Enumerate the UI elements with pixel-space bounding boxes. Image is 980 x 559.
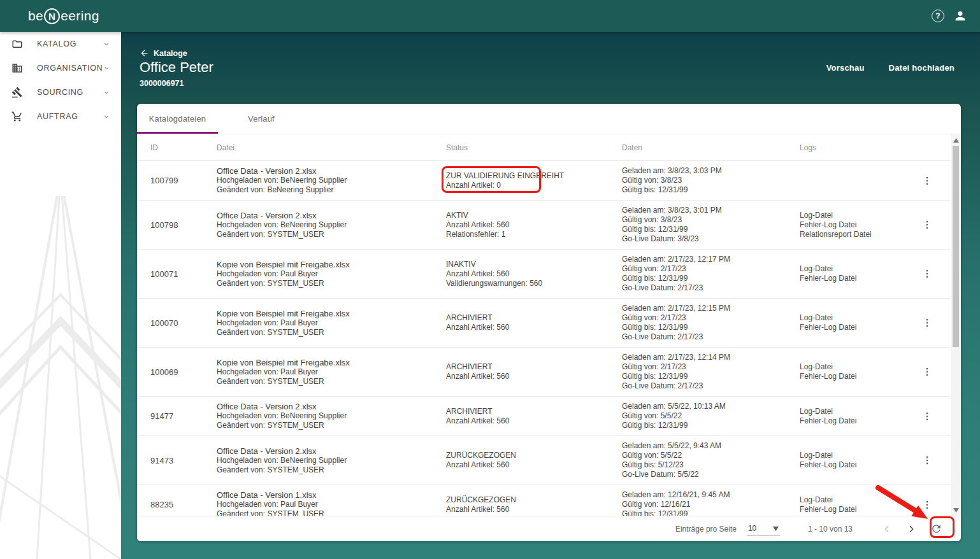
file-uploaded-by: Hochgeladen von: BeNeering Supplier (217, 456, 446, 465)
status-line: ARCHIVIERT (446, 407, 622, 416)
app-logo: be N eering (0, 8, 99, 24)
kebab-menu-button[interactable] (921, 219, 933, 230)
log-file-link[interactable]: Fehler-Log Datei (800, 220, 914, 230)
date-line: Go-Live Datum: 2/17/23 (622, 332, 800, 342)
table-row: 88235 Office Data - Version 1.xlsx Hochg… (137, 485, 961, 516)
sidebar-item-organisation[interactable]: ORGANISATION (0, 56, 121, 80)
scrollbar-thumb[interactable] (953, 146, 959, 347)
next-page-button[interactable] (904, 521, 919, 537)
date-line: Gültig bis: 5/12/23 (622, 460, 800, 470)
log-file-link[interactable]: Fehler-Log Datei (800, 372, 914, 381)
sidebar-item-label: ORGANISATION (37, 64, 103, 73)
file-uploaded-by: Hochgeladen von: Paul Buyer (217, 269, 446, 279)
header-actions: Vorschau Datei hochladen (826, 63, 955, 73)
refresh-button[interactable] (928, 521, 944, 537)
row-id: 88235 (150, 500, 217, 509)
logs-cell: Log-DateiFehler-Log Datei (800, 264, 914, 283)
date-line: Go-Live Datum: 2/17/23 (622, 283, 800, 293)
catalog-files-card: Katalogdateien Verlauf ID Datei Status D… (137, 104, 961, 541)
row-id: 100071 (150, 269, 217, 279)
log-file-link[interactable]: Log-Datei (800, 451, 914, 460)
topbar: be N eering ? (0, 0, 980, 32)
file-name: Kopie von Beispiel mit Freigabe.xlsx (217, 309, 446, 318)
dates-cell: Geladen am: 2/17/23, 12:14 PMGültig von:… (622, 353, 800, 391)
log-file-link[interactable]: Log-Datei (800, 264, 914, 274)
table-row: 100069 Kopie von Beispiel mit Freigabe.x… (137, 348, 961, 397)
log-file-link[interactable]: Log-Datei (800, 211, 914, 220)
date-line: Go-Live Datum: 3/8/23 (622, 234, 800, 244)
status-line: INAKTIV (446, 260, 622, 269)
col-header-status: Status (446, 143, 622, 152)
chevron-down-icon (102, 112, 111, 121)
file-name: Office Data - Version 2.xlsx (217, 402, 446, 411)
kebab-menu-button[interactable] (921, 411, 933, 422)
log-file-link[interactable]: Log-Datei (800, 407, 914, 416)
date-line: Geladen am: 5/5/22, 9:43 AM (622, 441, 800, 451)
sidebar-item-label: AUFTRAG (37, 112, 102, 121)
kebab-menu-button[interactable] (921, 366, 933, 378)
previous-page-button[interactable] (879, 521, 895, 537)
status-line: Relationsfehler: 1 (446, 230, 622, 239)
file-name: Kopie von Beispiel mit Freigabe.xlsx (217, 260, 446, 269)
status-line: ZURÜCKGEZOGEN (446, 451, 622, 460)
kebab-menu-button[interactable] (921, 499, 933, 511)
kebab-menu-button[interactable] (921, 455, 933, 466)
file-changed-by: Geändert von: SYSTEM_USER (217, 509, 446, 516)
scrollbar-up-arrow[interactable] (951, 136, 961, 145)
log-file-link[interactable]: Log-Datei (800, 313, 914, 323)
file-name: Office Data - Version 2.xlsx (217, 211, 446, 220)
tab-katalogdateien[interactable]: Katalogdateien (137, 104, 218, 134)
shopping-cart-icon (11, 111, 23, 122)
log-file-link[interactable]: Relationsreport Datei (800, 230, 914, 239)
scrollbar-down-arrow[interactable] (951, 506, 961, 514)
kebab-menu-button[interactable] (921, 317, 933, 329)
status-line: ARCHIVIERT (446, 362, 622, 372)
dates-cell: Geladen am: 12/16/21, 9:45 AMGültig von:… (622, 490, 800, 516)
logo-n-icon: N (44, 8, 60, 24)
sidebar-item-katalog[interactable]: KATALOG (0, 32, 121, 56)
status-line: Anzahl Artikel: 560 (446, 416, 622, 426)
date-line: Go-Live Datum: 5/5/22 (622, 470, 800, 479)
per-page-select[interactable]: 10 (747, 523, 780, 535)
log-file-link[interactable]: Fehler-Log Datei (800, 460, 914, 470)
log-file-link[interactable]: Fehler-Log Datei (800, 323, 914, 332)
back-arrow-icon (140, 48, 149, 58)
date-line: Gültig bis: 12/31/99 (622, 421, 800, 430)
status-line: ZURÜCKGEZOGEN (446, 495, 622, 505)
help-icon[interactable]: ? (932, 10, 944, 22)
logs-cell: Log-DateiFehler-Log DateiRelationsreport… (800, 211, 914, 239)
date-line: Gültig von: 12/16/21 (622, 500, 800, 509)
logo-text-post: eering (61, 8, 99, 24)
tab-bar: Katalogdateien Verlauf (137, 104, 961, 134)
sidebar-item-sourcing[interactable]: SOURCING (0, 80, 121, 104)
file-changed-by: Geändert von: SYSTEM_USER (217, 465, 446, 475)
status-line: Anzahl Artikel: 560 (446, 269, 622, 279)
kebab-menu-button[interactable] (921, 175, 933, 187)
table-row: 91477 Office Data - Version 2.xlsx Hochg… (137, 397, 961, 436)
dates-cell: Geladen am: 3/8/23, 3:03 PMGültig von: 3… (622, 166, 800, 195)
tab-verlauf[interactable]: Verlauf (218, 104, 305, 134)
log-file-link[interactable]: Fehler-Log Datei (800, 274, 914, 283)
log-file-link[interactable]: Log-Datei (800, 362, 914, 372)
date-line: Gültig von: 3/8/23 (622, 215, 800, 225)
preview-button[interactable]: Vorschau (826, 63, 865, 73)
page: be N eering ? KATALOG ORGANISATION SOURC (0, 0, 980, 559)
date-line: Gültig bis: 12/31/99 (622, 274, 800, 283)
file-changed-by: Geändert von: SYSTEM_USER (217, 279, 446, 288)
dates-cell: Geladen am: 5/5/22, 10:13 AMGültig von: … (622, 402, 800, 430)
sidebar-item-auftrag[interactable]: AUFTRAG (0, 104, 121, 129)
log-file-link[interactable]: Fehler-Log Datei (800, 505, 914, 514)
chevron-down-icon (102, 39, 111, 48)
logs-cell: Log-DateiFehler-Log Datei (800, 362, 914, 381)
user-account-icon[interactable] (953, 9, 967, 23)
upload-file-button[interactable]: Datei hochladen (889, 63, 955, 73)
back-button[interactable]: Kataloge (140, 48, 187, 58)
dates-cell: Geladen am: 2/17/23, 12:17 PMGültig von:… (622, 255, 800, 293)
date-line: Geladen am: 12/16/21, 9:45 AM (622, 490, 800, 500)
date-line: Gültig bis: 12/31/99 (622, 225, 800, 234)
log-file-link[interactable]: Fehler-Log Datei (800, 416, 914, 426)
table-scrollbar (951, 134, 961, 516)
log-file-link[interactable]: Log-Datei (800, 495, 914, 505)
status-cell: ZURÜCKGEZOGENAnzahl Artikel: 560 (446, 495, 622, 514)
kebab-menu-button[interactable] (921, 268, 933, 280)
